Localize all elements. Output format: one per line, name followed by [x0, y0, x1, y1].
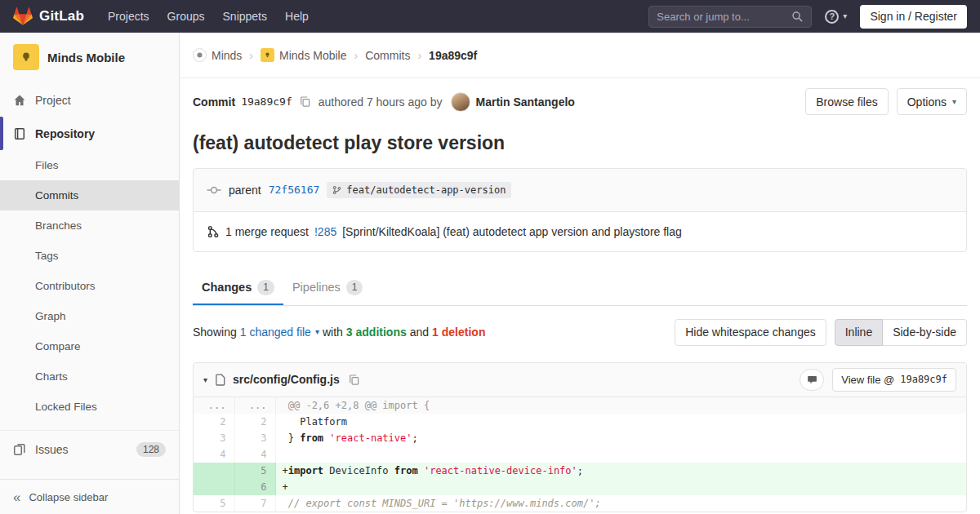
- sidebar-item-commits[interactable]: Commits: [0, 180, 179, 210]
- sidebar-project-header: Minds Mobile: [0, 33, 179, 77]
- copy-file-path-button[interactable]: [347, 372, 362, 388]
- sign-in-register-button[interactable]: Sign in / Register: [860, 5, 967, 29]
- navbar-link-snippets[interactable]: Snippets: [214, 0, 276, 33]
- tab-pipelines[interactable]: Pipelines 1: [283, 270, 372, 305]
- view-file-button[interactable]: View file @ 19a89c9f: [832, 368, 956, 392]
- chevron-down-icon: ▾: [315, 328, 319, 336]
- breadcrumb-label: Minds: [212, 49, 242, 62]
- diff-old-line-number: ...: [194, 397, 234, 414]
- sidebar-item-charts[interactable]: Charts: [0, 361, 179, 392]
- project-avatar[interactable]: [13, 44, 39, 70]
- code-token: ;: [412, 432, 417, 444]
- changed-files-label: 1 changed file: [240, 326, 311, 339]
- diff-marker: [283, 432, 288, 444]
- code-token: ;: [577, 465, 583, 476]
- diff-new-line-number[interactable]: 4: [234, 446, 275, 463]
- mr-ref-link[interactable]: !285: [314, 225, 336, 238]
- diff-old-line-number[interactable]: [194, 479, 234, 495]
- navbar-link-groups[interactable]: Groups: [158, 0, 214, 33]
- diff-marker: [283, 416, 288, 428]
- diff-view-actions: Hide whitespace changes Inline Side-by-s…: [675, 319, 967, 346]
- sidebar-item-locked-files[interactable]: Locked Files: [0, 392, 179, 422]
- diff-new-line-number[interactable]: 2: [234, 414, 275, 430]
- sidebar-item-graph[interactable]: Graph: [0, 301, 179, 331]
- diff-new-line-number[interactable]: 7: [234, 495, 275, 512]
- diff-old-line-number[interactable]: 3: [194, 430, 234, 446]
- commit-label: Commit: [193, 95, 235, 109]
- diff-new-line-number: ...: [234, 397, 275, 414]
- hide-whitespace-button[interactable]: Hide whitespace changes: [675, 319, 826, 346]
- question-icon: ?: [825, 10, 839, 24]
- copy-sha-button[interactable]: [298, 94, 313, 109]
- breadcrumb-separator: ›: [247, 49, 255, 62]
- sidebar-item-project[interactable]: Project: [0, 83, 179, 117]
- project-avatar-small: [261, 48, 274, 62]
- sidebar-item-branches[interactable]: Branches: [0, 210, 179, 241]
- breadcrumb-link-minds[interactable]: Minds: [193, 48, 242, 62]
- chevron-down-icon: ▾: [843, 12, 847, 20]
- diff-new-line-number[interactable]: 5: [234, 463, 275, 479]
- author-name-link[interactable]: Martin Santangelo: [476, 95, 575, 109]
- breadcrumb-current-sha: 19a89c9f: [429, 49, 477, 62]
- commit-icon: [207, 184, 221, 197]
- collapse-icon: «: [13, 490, 20, 504]
- sidebar-item-label: Project: [35, 94, 71, 107]
- inline-view-button[interactable]: Inline: [835, 319, 883, 346]
- branch-name: feat/autodetect-app-version: [346, 184, 506, 196]
- main-content: Minds › Minds Mobile › Commits › 19a89c9…: [180, 0, 980, 512]
- navbar-link-help[interactable]: Help: [276, 0, 318, 33]
- parent-sha-link[interactable]: 72f56167: [269, 184, 320, 196]
- commit-tabs: Changes 1 Pipelines 1: [193, 270, 967, 306]
- side-by-side-view-button[interactable]: Side-by-side: [883, 319, 967, 346]
- sidebar-item-files[interactable]: Files: [0, 150, 179, 180]
- diff-old-line-number[interactable]: 4: [194, 446, 234, 463]
- diff-code-cell: Platform: [275, 414, 966, 430]
- help-menu-button[interactable]: ? ▾: [825, 10, 847, 24]
- breadcrumb-link-minds-mobile[interactable]: Minds Mobile: [261, 48, 346, 62]
- diff-old-line-number[interactable]: [194, 463, 234, 479]
- collapse-file-caret-icon[interactable]: ▾: [203, 375, 207, 384]
- search-box: [648, 6, 812, 28]
- diff-new-line-number[interactable]: 3: [234, 430, 275, 446]
- diff-new-line-number[interactable]: 6: [234, 479, 275, 495]
- home-icon: [13, 94, 26, 107]
- sidebar-item-tags[interactable]: Tags: [0, 241, 179, 271]
- search-input[interactable]: [657, 11, 786, 23]
- diff-old-line-number[interactable]: 5: [194, 495, 234, 512]
- file-path: src/config/Config.js: [233, 373, 340, 386]
- diff-view-toggle-group: Inline Side-by-side: [835, 319, 967, 346]
- diff-line-row: 22 Platform: [194, 414, 966, 430]
- gitlab-brand-link[interactable]: GitLab: [13, 7, 84, 26]
- commit-box: parent 72f56167 feat/autodetect-app-vers…: [193, 168, 967, 252]
- diff-line-row: 6+: [194, 479, 966, 495]
- code-token: import: [288, 465, 323, 476]
- diff-marker: [283, 400, 288, 411]
- authored-text: authored 7 hours ago by: [318, 95, 443, 109]
- and-label: and: [410, 326, 429, 339]
- diff-marker: [283, 498, 288, 509]
- sidebar-item-compare[interactable]: Compare: [0, 331, 179, 361]
- commit-sha: 19a89c9f: [241, 95, 292, 108]
- sidebar-project-name[interactable]: Minds Mobile: [47, 51, 125, 64]
- sidebar-item-issues[interactable]: Issues 128: [0, 430, 179, 463]
- tab-changes[interactable]: Changes 1: [193, 270, 283, 305]
- diff-table-body: ...... @@ -2,6 +2,8 @@ import {22 Platfo…: [194, 397, 966, 512]
- tab-changes-count-badge: 1: [257, 280, 274, 295]
- navbar-link-projects[interactable]: Projects: [99, 0, 158, 33]
- diff-old-line-number[interactable]: 2: [194, 414, 234, 430]
- breadcrumb-link-commits[interactable]: Commits: [365, 49, 410, 62]
- sidebar-item-repository[interactable]: Repository: [0, 117, 179, 150]
- collapse-sidebar-button[interactable]: « Collapse sidebar: [0, 479, 179, 514]
- options-dropdown-button[interactable]: Options ▾: [897, 88, 967, 115]
- sidebar-item-contributors[interactable]: Contributors: [0, 271, 179, 301]
- file-icon: [215, 374, 225, 386]
- diff-marker: [283, 449, 288, 460]
- changed-files-dropdown[interactable]: 1 changed file ▾: [240, 326, 319, 339]
- toggle-comments-button[interactable]: [800, 369, 824, 391]
- browse-files-button[interactable]: Browse files: [805, 88, 888, 115]
- code-token: 'react-native': [329, 432, 412, 444]
- diff-code-cell: +import DeviceInfo from 'react-native-de…: [275, 463, 966, 479]
- author-avatar[interactable]: [451, 92, 470, 112]
- diff-code-cell: } from 'react-native';: [275, 430, 966, 446]
- branch-ref-pill[interactable]: feat/autodetect-app-version: [327, 182, 511, 198]
